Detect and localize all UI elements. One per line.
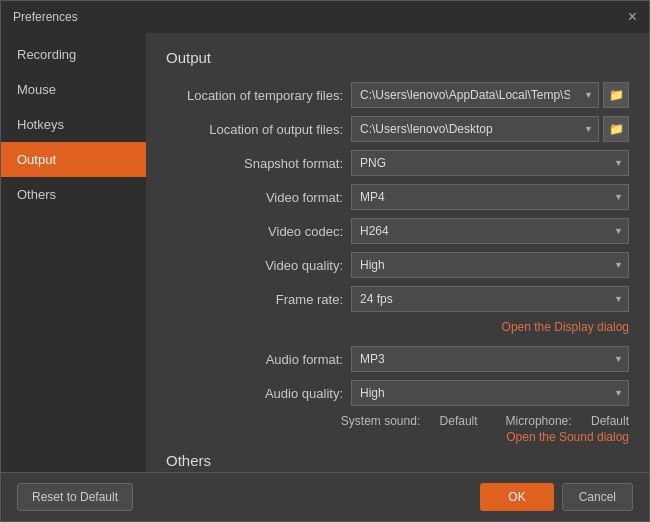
output-files-folder-btn[interactable]: 📁 — [603, 116, 629, 142]
section-title: Output — [166, 49, 629, 66]
video-format-row: Video format: MP4 AVI MOV — [166, 184, 629, 210]
output-files-select-wrapper: C:\Users\lenovo\Desktop — [351, 116, 599, 142]
temp-files-label: Location of temporary files: — [166, 88, 351, 103]
output-files-select[interactable]: C:\Users\lenovo\Desktop — [351, 116, 599, 142]
audio-format-select-wrapper: MP3 AAC WAV — [351, 346, 629, 372]
frame-rate-select[interactable]: 24 fps 30 fps 60 fps — [351, 286, 629, 312]
snapshot-format-control: PNG JPG BMP — [351, 150, 629, 176]
others-title: Others — [166, 452, 629, 469]
microphone-value: Default — [591, 414, 629, 428]
output-files-control: C:\Users\lenovo\Desktop 📁 — [351, 116, 629, 142]
open-sound-dialog-link[interactable]: Open the Sound dialog — [506, 430, 629, 444]
audio-quality-control: High Medium Low — [351, 380, 629, 406]
sidebar-item-mouse[interactable]: Mouse — [1, 72, 146, 107]
main-panel: Output Location of temporary files: C:\U… — [146, 33, 649, 472]
preferences-dialog: Preferences × Recording Mouse Hotkeys Ou… — [0, 0, 650, 522]
video-quality-select[interactable]: High Medium Low — [351, 252, 629, 278]
microphone-label: Microphone: — [506, 414, 575, 428]
video-codec-select[interactable]: H264 H265 — [351, 218, 629, 244]
audio-quality-row: Audio quality: High Medium Low — [166, 380, 629, 406]
footer-actions: OK Cancel — [480, 483, 633, 511]
system-sound-label: System sound: — [341, 414, 424, 428]
reset-button[interactable]: Reset to Default — [17, 483, 133, 511]
sidebar-item-recording[interactable]: Recording — [1, 37, 146, 72]
title-bar: Preferences × — [1, 1, 649, 33]
video-format-label: Video format: — [166, 190, 351, 205]
frame-rate-select-wrapper: 24 fps 30 fps 60 fps — [351, 286, 629, 312]
video-codec-control: H264 H265 — [351, 218, 629, 244]
temp-files-select[interactable]: C:\Users\lenovo\AppData\Local\Temp\Scree… — [351, 82, 599, 108]
frame-rate-row: Frame rate: 24 fps 30 fps 60 fps — [166, 286, 629, 312]
audio-format-row: Audio format: MP3 AAC WAV — [166, 346, 629, 372]
output-files-label: Location of output files: — [166, 122, 351, 137]
snapshot-format-select[interactable]: PNG JPG BMP — [351, 150, 629, 176]
cancel-button[interactable]: Cancel — [562, 483, 633, 511]
sidebar: Recording Mouse Hotkeys Output Others — [1, 33, 146, 472]
frame-rate-control: 24 fps 30 fps 60 fps — [351, 286, 629, 312]
display-dialog-link-row: Open the Display dialog — [166, 320, 629, 334]
snapshot-format-label: Snapshot format: — [166, 156, 351, 171]
audio-info-row: System sound: Default Microphone: Defaul… — [166, 414, 629, 428]
sound-dialog-link-row: Open the Sound dialog — [166, 430, 629, 444]
video-format-control: MP4 AVI MOV — [351, 184, 629, 210]
temp-files-row: Location of temporary files: C:\Users\le… — [166, 82, 629, 108]
sidebar-item-hotkeys[interactable]: Hotkeys — [1, 107, 146, 142]
others-section: Others ✓ Automatically check for updates — [166, 452, 629, 472]
temp-files-folder-btn[interactable]: 📁 — [603, 82, 629, 108]
video-quality-control: High Medium Low — [351, 252, 629, 278]
dialog-title: Preferences — [13, 10, 78, 24]
video-codec-label: Video codec: — [166, 224, 351, 239]
video-format-select-wrapper: MP4 AVI MOV — [351, 184, 629, 210]
audio-quality-label: Audio quality: — [166, 386, 351, 401]
video-quality-row: Video quality: High Medium Low — [166, 252, 629, 278]
open-display-dialog-link[interactable]: Open the Display dialog — [502, 320, 629, 334]
audio-format-control: MP3 AAC WAV — [351, 346, 629, 372]
frame-rate-label: Frame rate: — [166, 292, 351, 307]
temp-files-select-wrapper: C:\Users\lenovo\AppData\Local\Temp\Scree… — [351, 82, 599, 108]
snapshot-format-select-wrapper: PNG JPG BMP — [351, 150, 629, 176]
sidebar-item-others[interactable]: Others — [1, 177, 146, 212]
sidebar-item-output[interactable]: Output — [1, 142, 146, 177]
audio-format-select[interactable]: MP3 AAC WAV — [351, 346, 629, 372]
content-area: Recording Mouse Hotkeys Output Others Ou… — [1, 33, 649, 472]
video-codec-select-wrapper: H264 H265 — [351, 218, 629, 244]
video-quality-label: Video quality: — [166, 258, 351, 273]
output-files-row: Location of output files: C:\Users\lenov… — [166, 116, 629, 142]
snapshot-format-row: Snapshot format: PNG JPG BMP — [166, 150, 629, 176]
footer: Reset to Default OK Cancel — [1, 472, 649, 521]
system-sound-value: Default — [440, 414, 478, 428]
ok-button[interactable]: OK — [480, 483, 553, 511]
temp-files-control: C:\Users\lenovo\AppData\Local\Temp\Scree… — [351, 82, 629, 108]
close-button[interactable]: × — [628, 9, 637, 25]
video-codec-row: Video codec: H264 H265 — [166, 218, 629, 244]
video-quality-select-wrapper: High Medium Low — [351, 252, 629, 278]
audio-quality-select[interactable]: High Medium Low — [351, 380, 629, 406]
video-format-select[interactable]: MP4 AVI MOV — [351, 184, 629, 210]
audio-quality-select-wrapper: High Medium Low — [351, 380, 629, 406]
audio-format-label: Audio format: — [166, 352, 351, 367]
